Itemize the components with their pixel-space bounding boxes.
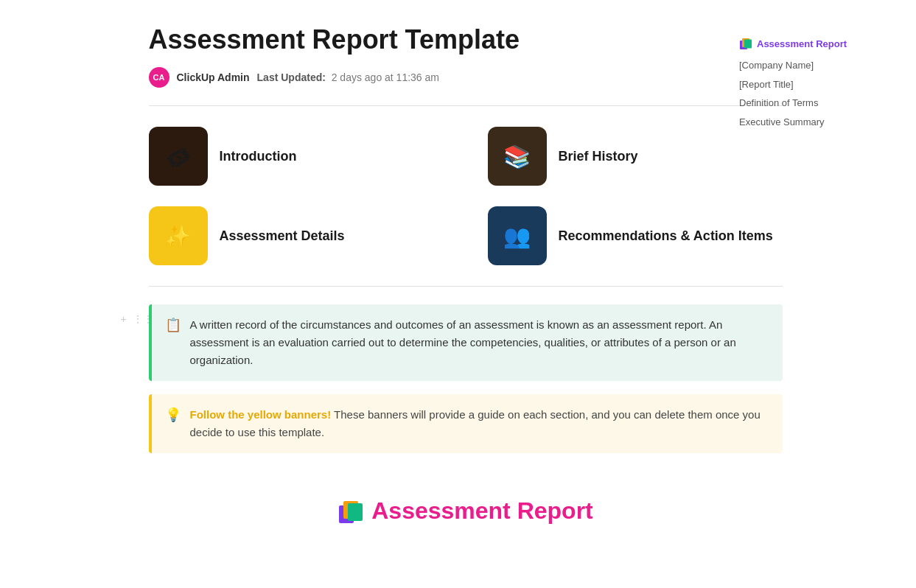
callout-yellow: 💡 Follow the yellow banners! These banne… (149, 394, 783, 453)
callout-yellow-row: 💡 Follow the yellow banners! These banne… (149, 394, 783, 453)
main-content: Assessment Report Template CA ClickUp Ad… (105, 0, 812, 584)
block-controls: + ⋮⋮ (119, 312, 155, 326)
toc-item-company[interactable]: [Company Name] (739, 56, 901, 75)
last-updated: Last Updated: 2 days ago at 11:36 am (257, 71, 439, 83)
callout-green-icon: 📋 (165, 317, 181, 369)
section-thumbnail-recommendations (488, 206, 547, 265)
section-label-recommendations: Recommendations & Action Items (559, 228, 773, 244)
section-label-assessment-details: Assessment Details (220, 228, 345, 244)
callout-yellow-icon: 💡 (165, 407, 181, 441)
toc-item-definition[interactable]: Definition of Terms (739, 94, 901, 113)
toc-item-report-title[interactable]: [Report Title] (739, 75, 901, 94)
toc-title-text: Assessment Report (757, 38, 847, 49)
bottom-logo-text: Assessment Report (371, 497, 593, 525)
avatar: CA (149, 67, 169, 88)
drag-block-button[interactable]: ⋮⋮ (131, 312, 155, 326)
logo-icon (338, 498, 364, 525)
section-thumbnail-brief-history (488, 127, 547, 186)
section-thumbnail-assessment-details (149, 206, 208, 265)
callout-green: 📋 A written record of the circumstances … (149, 304, 783, 381)
toc-item-executive-summary[interactable]: Executive Summary (739, 113, 901, 132)
author-row: CA ClickUp Admin Last Updated: 2 days ag… (149, 67, 783, 88)
page-title: Assessment Report Template (149, 24, 783, 55)
bottom-logo-section: Assessment Report (149, 497, 783, 554)
section-label-brief-history: Brief History (559, 149, 638, 164)
section-assessment-details[interactable]: Assessment Details (149, 206, 444, 265)
section-brief-history[interactable]: Brief History (488, 127, 783, 186)
section-introduction[interactable]: Introduction (149, 127, 444, 186)
section-label-introduction: Introduction (220, 149, 297, 164)
author-name[interactable]: ClickUp Admin (177, 71, 250, 83)
section-recommendations[interactable]: Recommendations & Action Items (488, 206, 783, 265)
callout-green-row: + ⋮⋮ 📋 A written record of the circumsta… (149, 304, 783, 381)
sidebar-toc: Assessment Report [Company Name] [Report… (739, 37, 901, 131)
svg-rect-5 (744, 40, 752, 49)
divider-mid (149, 286, 783, 287)
toc-title: Assessment Report (739, 37, 901, 50)
callout-yellow-text: Follow the yellow banners! These banners… (190, 406, 769, 441)
svg-rect-2 (348, 503, 363, 521)
divider-top (149, 105, 783, 106)
toc-logo-icon (739, 37, 752, 50)
callout-green-text: A written record of the circumstances an… (190, 316, 769, 369)
section-thumbnail-introduction (149, 127, 208, 186)
sections-grid: Introduction Brief History Assessment De… (149, 127, 783, 265)
callout-yellow-bold: Follow the yellow banners! (190, 408, 332, 421)
bottom-logo: Assessment Report (149, 497, 783, 525)
add-block-button[interactable]: + (119, 312, 128, 326)
